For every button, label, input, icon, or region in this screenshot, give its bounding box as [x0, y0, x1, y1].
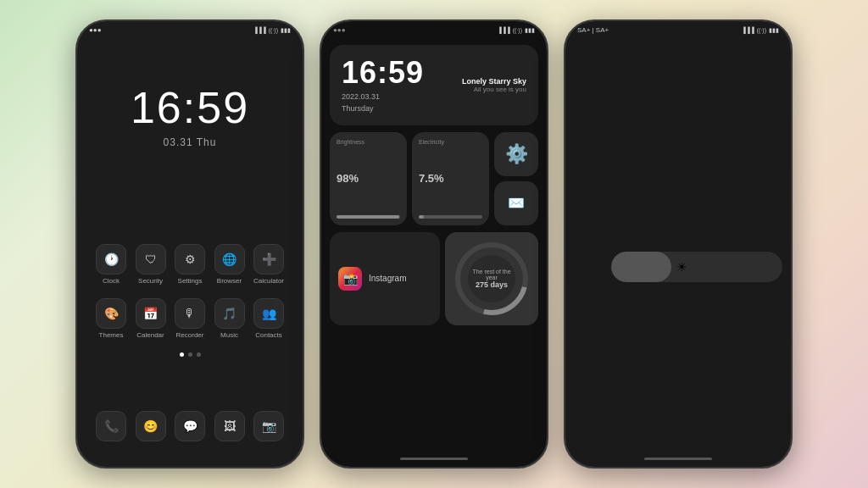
clock-label: Clock — [103, 277, 120, 285]
electricity-widget[interactable]: Electricity 7.5% — [412, 132, 489, 225]
wifi-icon: ((·)) — [269, 27, 278, 33]
status-icons: ▐▐▐ ((·)) ▮▮▮ — [253, 27, 291, 34]
electricity-value: 7.5% — [419, 172, 482, 185]
dock-messages[interactable]: 💬 — [171, 411, 209, 441]
contacts-label: Contacts — [255, 331, 282, 339]
music-label: Music — [220, 331, 238, 339]
ph3-wifi-icon: ((·)) — [757, 27, 766, 33]
app-browser[interactable]: 🌐 Browser — [211, 244, 248, 285]
face-icon[interactable]: 😊 — [136, 411, 166, 441]
settings-icon[interactable]: ⚙ — [175, 244, 205, 274]
instagram-label: Instagram — [369, 274, 406, 283]
settings-label: Settings — [178, 277, 203, 285]
widget-area: 16:59 2022.03.31 Thursday Lonely Starry … — [330, 45, 538, 332]
app-security[interactable]: 🛡 Security — [132, 244, 170, 285]
dot-2 — [188, 352, 192, 357]
app-grid: 🕐 Clock 🛡 Security ⚙ Settings 🌐 Browser … — [77, 244, 303, 365]
dock-gallery[interactable]: 🖼 — [211, 411, 248, 441]
ph3-battery-icon: ▮▮▮ — [769, 27, 779, 34]
app-row-2: 🎨 Themes 📅 Calendar 🎙 Recorder 🎵 Music 👥 — [92, 298, 287, 339]
circle-widget: The rest of the year 275 days — [445, 232, 538, 325]
mail-icon: ✉️ — [508, 195, 525, 211]
clock-icon[interactable]: 🕐 — [96, 244, 126, 274]
dock-face[interactable]: 😊 — [132, 411, 170, 441]
app-row-1: 🕐 Clock 🛡 Security ⚙ Settings 🌐 Browser … — [92, 244, 287, 285]
security-icon[interactable]: 🛡 — [136, 244, 166, 274]
dock-camera[interactable]: 📷 — [250, 411, 287, 441]
security-label: Security — [138, 277, 163, 285]
ph3-signal-icon: ▐▐▐ — [742, 27, 754, 33]
recorder-icon[interactable]: 🎙 — [175, 298, 205, 329]
electricity-fill — [419, 215, 424, 219]
ph3-carrier: SA+ | SA+ — [577, 26, 609, 34]
gallery-icon[interactable]: 🖼 — [214, 411, 245, 441]
widget-day-text: Thursday — [342, 104, 374, 113]
battery-icon: ▮▮▮ — [281, 27, 291, 34]
app-music[interactable]: 🎵 Music — [211, 298, 248, 339]
row3-widgets: 📸 Instagram The rest of the year 275 day… — [330, 232, 538, 325]
themes-label: Themes — [99, 331, 124, 339]
phone-2: ●●● ▐▐▐ ((·)) ▮▮▮ 16:59 2022.03.31 Thurs… — [320, 19, 548, 469]
quote-sub: All you see is you — [462, 86, 526, 93]
brightness-fill — [337, 215, 399, 219]
signal-icon: ▐▐▐ — [253, 27, 266, 33]
contacts-icon[interactable]: 👥 — [253, 298, 284, 329]
phone-icon[interactable]: 📞 — [96, 411, 126, 441]
app-clock[interactable]: 🕐 Clock — [92, 244, 130, 285]
brightness-bar — [337, 215, 400, 219]
widget-time: 16:59 — [342, 55, 424, 91]
calculator-label: Calculator — [253, 277, 284, 285]
circle-text: The rest of the year — [469, 269, 515, 280]
gear-icon: ⚙️ — [505, 143, 528, 165]
calculator-icon[interactable]: ➕ — [253, 244, 284, 274]
phone-1-status-bar: ●●● ▐▐▐ ((·)) ▮▮▮ — [77, 21, 303, 36]
electricity-bar — [419, 215, 482, 219]
circle-inner: The rest of the year 275 days — [469, 269, 515, 289]
ph2-status-icons: ▐▐▐ ((·)) ▮▮▮ — [498, 27, 535, 34]
dot-1 — [180, 352, 184, 357]
page-dots — [92, 352, 287, 357]
camera-icon[interactable]: 📷 — [253, 411, 284, 441]
phone-3-status-bar: SA+ | SA+ ▐▐▐ ((·)) ▮▮▮ — [565, 21, 791, 36]
gear-widget[interactable]: ⚙️ — [494, 132, 538, 176]
music-icon[interactable]: 🎵 — [214, 298, 245, 329]
calendar-icon[interactable]: 📅 — [136, 298, 166, 329]
phone-1-screen: ●●● ▐▐▐ ((·)) ▮▮▮ 16:59 03.31 Thu 🕐 Cloc… — [77, 21, 303, 467]
instagram-widget[interactable]: 📸 Instagram — [330, 232, 440, 325]
ph2-battery-icon: ▮▮▮ — [525, 27, 535, 34]
app-contacts[interactable]: 👥 Contacts — [250, 298, 287, 339]
widget-quote: Lonely Starry Sky All you see is you — [462, 77, 526, 93]
quote-title: Lonely Starry Sky — [462, 77, 526, 86]
bottom-dock: 📞 😊 💬 🖼 📷 — [77, 411, 303, 441]
ph2-signal-icon: ▐▐▐ — [498, 27, 510, 33]
app-calculator[interactable]: ➕ Calculator — [250, 244, 287, 285]
phone-2-screen: ●●● ▐▐▐ ((·)) ▮▮▮ 16:59 2022.03.31 Thurs… — [321, 21, 547, 467]
browser-icon[interactable]: 🌐 — [214, 244, 245, 274]
brightness-label: Brightness — [337, 139, 400, 145]
ph3-status-icons: ▐▐▐ ((·)) ▮▮▮ — [742, 27, 779, 34]
brightness-widget[interactable]: Brightness 98% — [330, 132, 407, 225]
phone-1: ●●● ▐▐▐ ((·)) ▮▮▮ 16:59 03.31 Thu 🕐 Cloc… — [75, 19, 304, 469]
browser-label: Browser — [217, 277, 242, 285]
app-recorder[interactable]: 🎙 Recorder — [171, 298, 209, 339]
insta-col: 📸 Instagram — [330, 232, 440, 325]
lock-screen-date: 03.31 Thu — [77, 136, 303, 148]
clock-widget: 16:59 2022.03.31 Thursday Lonely Starry … — [330, 45, 538, 125]
phone-2-status-bar: ●●● ▐▐▐ ((·)) ▮▮▮ — [321, 21, 547, 36]
app-calendar[interactable]: 📅 Calendar — [132, 298, 170, 339]
widget-time-section: 16:59 2022.03.31 Thursday — [342, 55, 424, 115]
home-indicator-2 — [400, 458, 468, 460]
phone-3: SA+ | SA+ ▐▐▐ ((·)) ▮▮▮ 16:59 Thursday, … — [564, 19, 793, 469]
app-themes[interactable]: 🎨 Themes — [92, 298, 130, 339]
brightness-fill — [611, 252, 671, 282]
messages-icon[interactable]: 💬 — [175, 411, 205, 441]
themes-icon[interactable]: 🎨 — [96, 298, 126, 329]
phone-3-screen: SA+ | SA+ ▐▐▐ ((·)) ▮▮▮ 16:59 Thursday, … — [565, 21, 791, 467]
brightness-slider[interactable]: ☀ — [611, 252, 782, 282]
app-settings[interactable]: ⚙ Settings — [171, 244, 209, 285]
brightness-electricity-row: Brightness 98% Electricity 7.5% — [330, 132, 489, 225]
dock-phone[interactable]: 📞 — [92, 411, 130, 441]
status-time: ●●● — [89, 26, 102, 34]
mail-widget[interactable]: ✉️ — [494, 181, 538, 225]
recorder-label: Recorder — [176, 331, 204, 339]
